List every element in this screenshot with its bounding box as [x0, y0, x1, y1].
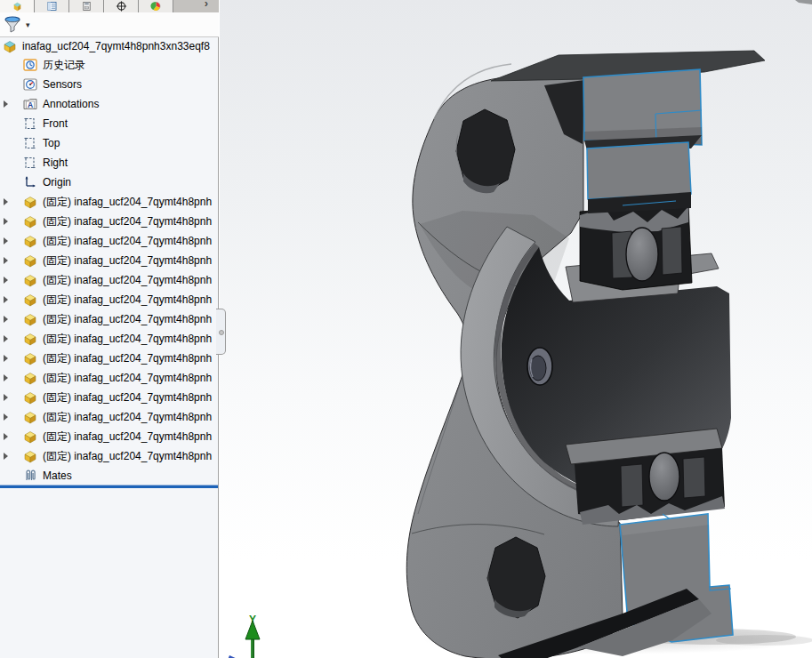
plane-right-label: Right — [43, 156, 68, 169]
expand-arrow-icon[interactable] — [4, 335, 8, 342]
filter-funnel-icon[interactable] — [4, 15, 23, 35]
tab-featuremanager-tree[interactable] — [0, 0, 35, 12]
component-label: (固定) inafag_ucf204_7qymt4h8pnh — [43, 273, 212, 288]
tree-item-annotations[interactable]: A Annotations — [0, 94, 218, 114]
tree-item-plane-front[interactable]: Front — [0, 114, 218, 133]
component-label: (固定) inafag_ucf204_7qymt4h8pnh — [43, 429, 212, 445]
part-icon — [23, 253, 37, 268]
part-icon — [23, 273, 37, 287]
expand-arrow-icon[interactable] — [4, 257, 8, 264]
tree-item-component[interactable]: (固定) inafag_ucf204_7qymt4h8pnh — [0, 446, 218, 466]
tree-item-mates[interactable]: Mates — [0, 466, 218, 485]
component-label: (固定) inafag_ucf204_7qymt4h8pnh — [43, 332, 212, 347]
component-label: (固定) inafag_ucf204_7qymt4h8pnh — [43, 214, 212, 229]
setscrew-hole[interactable] — [527, 348, 552, 385]
plane-front-label: Front — [43, 117, 68, 130]
graphics-viewport[interactable]: Y — [220, 0, 812, 658]
tab-display-manager[interactable] — [139, 0, 173, 12]
component-label: (固定) inafag_ucf204_7qymt4h8pnh — [43, 371, 212, 386]
component-label: (固定) inafag_ucf204_7qymt4h8pnh — [43, 253, 212, 269]
expand-arrow-icon[interactable] — [4, 433, 8, 440]
expand-arrow-icon[interactable] — [4, 413, 8, 421]
expand-arrow-icon[interactable] — [4, 394, 8, 401]
tree-item-plane-top[interactable]: Top — [0, 133, 218, 153]
tree-item-plane-right[interactable]: Right — [0, 153, 218, 173]
tree-item-sensors[interactable]: Sensors — [0, 75, 218, 94]
history-icon — [23, 58, 37, 72]
splitter-dot — [219, 330, 224, 335]
tab-configuration-manager[interactable] — [69, 0, 104, 12]
configuration-manager-icon — [81, 1, 92, 12]
component-label: (固定) inafag_ucf204_7qymt4h8pnh — [43, 234, 212, 249]
tree-item-component[interactable]: (固定) inafag_ucf204_7qymt4h8pnh — [0, 270, 218, 290]
tree-item-component[interactable]: (固定) inafag_ucf204_7qymt4h8pnh — [0, 388, 218, 407]
section-face-top[interactable] — [583, 69, 702, 213]
tree-item-history[interactable]: 历史记录 — [0, 55, 218, 75]
component-label: (固定) inafag_ucf204_7qymt4h8pnh — [43, 293, 212, 308]
feature-tree: inafag_ucf204_7qymt4h8pnh3xn33eqf8 历史记录 … — [0, 37, 218, 485]
dimxpert-manager-icon — [116, 1, 127, 12]
tree-item-component[interactable]: (固定) inafag_ucf204_7qymt4h8pnh — [0, 231, 218, 251]
tree-item-component[interactable]: (固定) inafag_ucf204_7qymt4h8pnh — [0, 290, 218, 309]
expand-arrow-icon[interactable] — [4, 355, 8, 362]
origin-label: Origin — [43, 176, 71, 189]
component-label: (固定) inafag_ucf204_7qymt4h8pnh — [43, 410, 212, 425]
expand-arrow-icon[interactable] — [4, 100, 8, 108]
property-manager-icon — [46, 1, 58, 12]
panel-splitter-handle[interactable] — [216, 309, 226, 355]
expand-arrow-icon[interactable] — [4, 374, 8, 381]
component-label: (固定) inafag_ucf204_7qymt4h8pnh — [43, 351, 212, 366]
bottom-bolt-hole[interactable] — [487, 537, 545, 618]
featuremanager-tree-icon — [12, 1, 23, 12]
mates-paperclip-icon — [23, 469, 37, 483]
orientation-triad: Y — [228, 614, 260, 658]
tree-item-component[interactable]: (固定) inafag_ucf204_7qymt4h8pnh — [0, 368, 218, 388]
part-icon — [23, 214, 37, 229]
origin-icon — [23, 175, 37, 189]
expand-arrow-icon[interactable] — [4, 237, 8, 245]
sensors-label: Sensors — [43, 78, 82, 91]
tree-item-component[interactable]: (固定) inafag_ucf204_7qymt4h8pnh — [0, 329, 218, 349]
assembly-icon — [3, 39, 17, 53]
part-icon — [23, 312, 37, 326]
plane-top-label: Top — [43, 137, 60, 149]
mates-label: Mates — [43, 469, 72, 482]
tree-root-assembly[interactable]: inafag_ucf204_7qymt4h8pnh3xn33eqf8 — [0, 37, 218, 55]
expand-arrow-icon[interactable] — [4, 277, 8, 284]
tree-item-component[interactable]: (固定) inafag_ucf204_7qymt4h8pnh — [0, 192, 218, 212]
tree-item-component[interactable]: (固定) inafag_ucf204_7qymt4h8pnh — [0, 251, 218, 270]
tree-item-component[interactable]: (固定) inafag_ucf204_7qymt4h8pnh — [0, 407, 218, 427]
part-icon — [23, 332, 37, 346]
root-assembly-label: inafag_ucf204_7qymt4h8pnh3xn33eqf8 — [22, 40, 210, 52]
expand-arrow-icon[interactable] — [4, 198, 8, 205]
plane-icon — [23, 136, 37, 150]
rollback-bar[interactable] — [0, 485, 218, 488]
tab-property-manager[interactable] — [35, 0, 69, 12]
expand-arrow-icon[interactable] — [4, 453, 8, 460]
tree-item-component[interactable]: (固定) inafag_ucf204_7qymt4h8pnh — [0, 427, 218, 446]
panel-tab-bar: › — [0, 0, 219, 12]
part-icon — [23, 351, 37, 365]
tree-filter-bar: ▾ — [0, 12, 219, 37]
expand-arrow-icon[interactable] — [4, 218, 8, 225]
part-icon — [23, 195, 37, 209]
history-label: 历史记录 — [43, 58, 85, 73]
tree-item-component[interactable]: (固定) inafag_ucf204_7qymt4h8pnh — [0, 349, 218, 368]
part-icon — [23, 449, 37, 463]
expand-arrow-icon[interactable] — [4, 296, 8, 303]
tree-item-component[interactable]: (固定) inafag_ucf204_7qymt4h8pnh — [0, 309, 218, 329]
bearing-section-bottom[interactable] — [566, 429, 725, 525]
expand-arrow-icon[interactable] — [4, 316, 8, 323]
tree-item-component[interactable]: (固定) inafag_ucf204_7qymt4h8pnh — [0, 212, 218, 231]
svg-text:A: A — [28, 100, 33, 109]
model-canvas[interactable]: Y — [220, 0, 812, 658]
tab-dimxpert-manager[interactable] — [104, 0, 139, 12]
bearing-section-top[interactable] — [580, 204, 692, 290]
panel-flyout-chevron[interactable]: › — [205, 0, 208, 10]
part-icon — [23, 371, 37, 385]
plane-icon — [23, 116, 37, 131]
top-bolt-hole[interactable] — [456, 109, 515, 193]
annotations-label: Annotations — [43, 98, 99, 110]
filter-dropdown-caret[interactable]: ▾ — [26, 20, 30, 29]
tree-item-origin[interactable]: Origin — [0, 173, 218, 192]
